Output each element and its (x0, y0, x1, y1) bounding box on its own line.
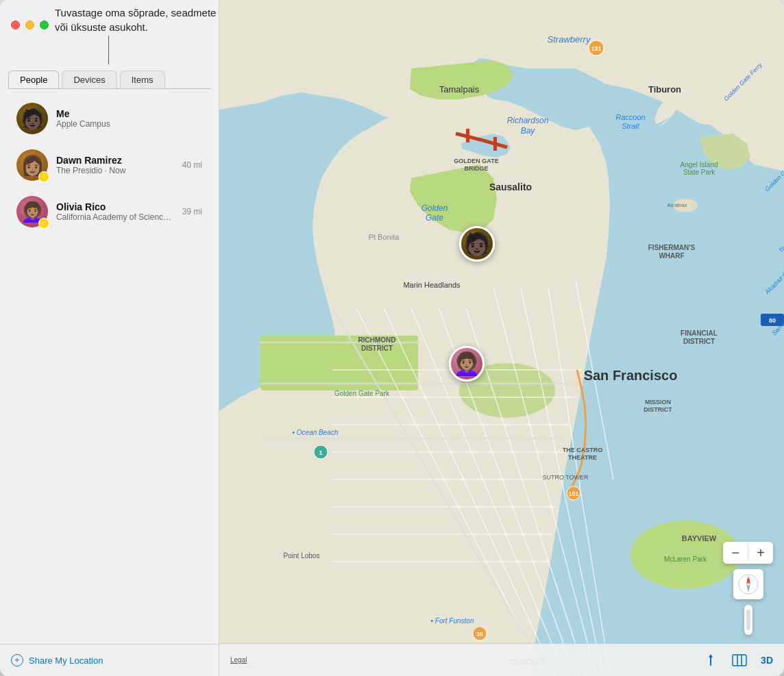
map-pin-olivia[interactable]: 👩🏽‍🦱 (449, 346, 485, 381)
svg-text:101: 101 (568, 490, 578, 497)
zoom-out-button[interactable]: − (723, 542, 748, 564)
tabs-container: People Devices Items (0, 64, 219, 88)
svg-rect-39 (493, 137, 497, 151)
svg-text:DISTRICT: DISTRICT (361, 345, 393, 352)
svg-text:FISHERMAN'S: FISHERMAN'S (648, 244, 696, 251)
svg-text:80: 80 (769, 317, 776, 324)
person-location-olivia: California Academy of Sciences... (56, 212, 174, 222)
map-slider[interactable] (744, 605, 752, 635)
person-info-dawn: Dawn Ramirez The Presidio · Now (56, 155, 174, 175)
svg-rect-81 (710, 658, 711, 666)
svg-text:San Francisco: San Francisco (584, 368, 678, 383)
svg-text:Golden Gate Park: Golden Gate Park (334, 390, 390, 397)
svg-text:1: 1 (319, 449, 322, 456)
person-item-dawn[interactable]: 👩🏽 ⭐ Dawn Ramirez The Presidio · Now 40 … (5, 142, 213, 188)
share-location-label: Share My Location (29, 655, 103, 666)
svg-text:35: 35 (476, 631, 483, 638)
svg-text:Pt Bonita: Pt Bonita (369, 233, 400, 241)
map-svg: 101 1 131 35 80 Str (219, 0, 784, 676)
svg-text:RICHMOND: RICHMOND (358, 336, 396, 344)
person-name-me: Me (56, 108, 202, 119)
svg-rect-38 (466, 129, 469, 142)
svg-text:BAYVIEW: BAYVIEW (682, 534, 717, 542)
person-name-dawn: Dawn Ramirez (56, 155, 174, 166)
star-badge-dawn: ⭐ (38, 171, 49, 182)
legal-link[interactable]: Legal (230, 656, 247, 664)
svg-text:N: N (746, 578, 750, 583)
svg-text:Tamalpais: Tamalpais (439, 84, 480, 95)
svg-text:BRIDGE: BRIDGE (464, 165, 488, 172)
svg-text:DISTRICT: DISTRICT (683, 338, 715, 345)
zoom-button[interactable] (40, 21, 49, 29)
svg-text:THEATRE: THEATRE (568, 454, 597, 461)
svg-text:Point Lobos: Point Lobos (284, 552, 320, 560)
svg-text:Angel Island: Angel Island (680, 161, 718, 168)
svg-text:Richardson: Richardson (507, 116, 549, 125)
three-d-button[interactable]: 3D (761, 655, 773, 666)
svg-text:Golden: Golden (421, 203, 448, 213)
svg-text:• Fort Funston: • Fort Funston (431, 617, 474, 625)
svg-text:FINANCIAL: FINANCIAL (681, 329, 718, 337)
person-name-olivia: Olivia Rico (56, 201, 174, 212)
compass-button[interactable]: N (733, 569, 763, 599)
traffic-lights (0, 10, 219, 29)
avatar-container-me: 🧑🏿 (16, 103, 48, 134)
svg-text:MISSION: MISSION (645, 399, 671, 405)
avatar-emoji-me: 🧑🏿 (21, 108, 45, 130)
svg-text:WHARF: WHARF (659, 252, 684, 260)
svg-text:• Ocean Beach: • Ocean Beach (293, 429, 339, 436)
svg-text:McLaren Park: McLaren Park (664, 555, 707, 563)
person-distance-olivia: 39 mi (182, 207, 202, 216)
svg-text:Bay: Bay (521, 126, 536, 136)
svg-text:Raccoon: Raccoon (615, 113, 645, 121)
svg-text:THE CASTRO: THE CASTRO (563, 447, 603, 453)
map-controls-container: − + N (723, 542, 773, 635)
tab-devices[interactable]: Devices (62, 71, 117, 88)
svg-text:Tiburon: Tiburon (648, 84, 681, 95)
svg-text:Gate: Gate (426, 213, 443, 223)
person-info-olivia: Olivia Rico California Academy of Scienc… (56, 201, 174, 222)
tab-people[interactable]: People (8, 71, 59, 88)
svg-rect-82 (733, 655, 746, 666)
map-pin-me[interactable]: 🧑🏿 (459, 226, 495, 262)
zoom-controls: − + (723, 542, 773, 564)
person-location-me: Apple Campus (56, 119, 202, 129)
share-location[interactable]: + Share My Location (0, 644, 219, 676)
svg-text:Strait: Strait (622, 122, 640, 130)
person-info-me: Me Apple Campus (56, 108, 202, 129)
svg-text:State Park: State Park (683, 168, 716, 176)
map-bottom-bar: Legal (219, 643, 784, 676)
svg-text:Alcatraz: Alcatraz (667, 202, 687, 208)
directions-button[interactable] (703, 653, 718, 668)
map-view-button[interactable] (732, 654, 747, 666)
svg-text:DISTRICT: DISTRICT (644, 406, 672, 413)
svg-text:Sausalito: Sausalito (489, 181, 532, 192)
person-item-me[interactable]: 🧑🏿 Me Apple Campus (5, 96, 213, 141)
svg-text:SUTRO TOWER: SUTRO TOWER (542, 474, 589, 481)
avatar-container-dawn: 👩🏽 ⭐ (16, 149, 48, 181)
avatar-container-olivia: 👩🏽‍🦱 ⭐ (16, 196, 48, 227)
svg-text:GOLDEN GATE: GOLDEN GATE (454, 158, 498, 164)
zoom-in-button[interactable]: + (748, 542, 773, 564)
app-window: Tuvastage oma sõprade, seadmete või üksu… (0, 0, 784, 676)
sidebar: People Devices Items 🧑🏿 Me Apple Camp (0, 0, 219, 676)
svg-text:131: 131 (591, 45, 601, 52)
svg-text:Strawberry: Strawberry (548, 34, 591, 45)
person-distance-dawn: 40 mi (182, 160, 202, 170)
person-location-dawn: The Presidio · Now (56, 166, 174, 175)
avatar-me: 🧑🏿 (16, 103, 48, 134)
main-layout: People Devices Items 🧑🏿 Me Apple Camp (0, 0, 784, 676)
share-icon: + (11, 654, 23, 666)
svg-text:Marin Headlands: Marin Headlands (403, 281, 461, 289)
tab-items[interactable]: Items (120, 71, 165, 88)
person-item-olivia[interactable]: 👩🏽‍🦱 ⭐ Olivia Rico California Academy of… (5, 189, 213, 234)
minimize-button[interactable] (25, 21, 34, 29)
people-list: 🧑🏿 Me Apple Campus 👩🏽 ⭐ (0, 89, 219, 644)
map-area[interactable]: 101 1 131 35 80 Str (219, 0, 784, 676)
close-button[interactable] (11, 21, 20, 29)
star-badge-olivia: ⭐ (38, 218, 49, 229)
